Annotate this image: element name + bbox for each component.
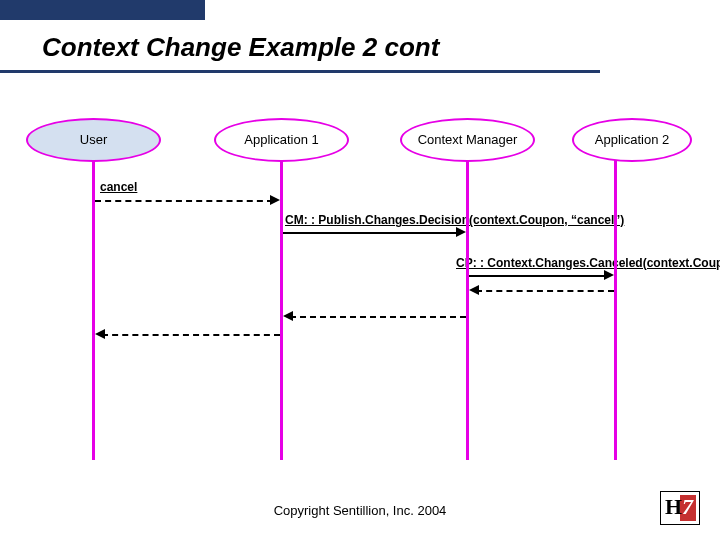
return-app2-cm-head [469,285,479,295]
return-cm-app1-head [283,311,293,321]
header-bar [0,0,205,20]
actor-app2-label: Application 2 [595,132,669,147]
lifeline-app2 [614,140,617,460]
lifeline-user [92,140,95,460]
actor-app1: Application 1 [214,118,349,162]
copyright: Copyright Sentillion, Inc. 2004 [0,503,720,518]
actor-app1-label: Application 1 [244,132,318,147]
actor-cm: Context Manager [400,118,535,162]
page-title: Context Change Example 2 cont [42,32,439,63]
return-app1-user-line [102,334,280,336]
return-app2-cm-line [476,290,614,292]
msg-publish: CM: : Publish.Changes.Decision(context.C… [285,213,624,227]
return-app1-user-head [95,329,105,339]
actor-user-label: User [80,132,107,147]
msg-canceled: CP: : Context.Changes.Canceled(context.C… [456,256,720,270]
actor-app2: Application 2 [572,118,692,162]
lifeline-app1 [280,140,283,460]
hl7-logo: H 7 [660,491,700,525]
arrow-canceled-head [604,270,614,280]
arrow-publish-line [283,232,459,234]
logo-7: 7 [682,496,693,518]
arrow-cancel-line [95,200,273,202]
arrow-canceled-line [469,275,607,277]
logo-h: H [665,496,682,518]
return-cm-app1-line [290,316,466,318]
actor-cm-label: Context Manager [418,132,518,147]
actor-user: User [26,118,161,162]
arrow-cancel-head [270,195,280,205]
title-underline [0,70,600,73]
lifeline-cm [466,140,469,460]
msg-cancel: cancel [100,180,137,194]
arrow-publish-head [456,227,466,237]
